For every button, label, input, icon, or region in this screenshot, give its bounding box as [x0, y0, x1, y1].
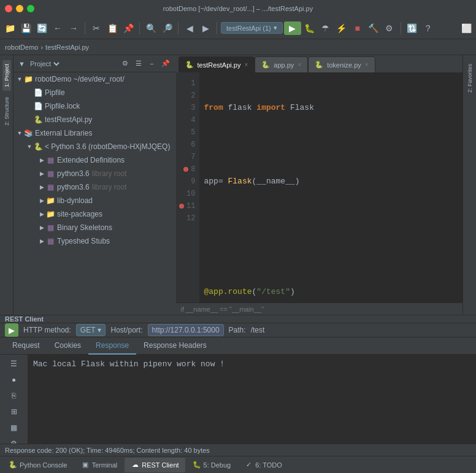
rest-run-button[interactable]: ▶	[5, 323, 18, 337]
python36-arrow: ▼	[26, 143, 33, 150]
code-text[interactable]: from flask import Flask app = Flask(__na…	[199, 72, 463, 302]
close-button[interactable]	[5, 5, 12, 12]
rest-path-value: /test	[251, 326, 265, 334]
rest-icon-circle[interactable]: ●	[6, 373, 23, 386]
editor-area: 🐍 testRestApi.py × 🐍 app.py × 🐍 tokenize…	[176, 55, 463, 315]
tree-item-py36lib2[interactable]: ▶ ▦ python3.6 library root	[13, 180, 176, 194]
copy-btn[interactable]: 📋	[105, 21, 120, 36]
nav-fwd-btn[interactable]: ▶	[198, 21, 213, 36]
vcs-btn[interactable]: 🔃	[405, 21, 420, 36]
line-num-6: 6	[180, 139, 196, 151]
tree-item-py36lib1[interactable]: ▶ ▦ python3.6 library root	[13, 167, 176, 180]
rest-icon-expand[interactable]: ⊞	[6, 405, 23, 418]
libdynload-icon: 📁	[45, 196, 55, 206]
run-config-dropdown[interactable]: testRestApi (1) ▾	[221, 22, 283, 34]
bottom-tab-todo[interactable]: ✓ 6: TODO	[238, 458, 288, 472]
rest-tab-response[interactable]: Response	[88, 337, 136, 355]
tree-item-sitepackages[interactable]: ▶ 📁 site-packages	[13, 207, 176, 221]
rest-method-dropdown[interactable]: GET ▾	[76, 324, 106, 336]
build-btn[interactable]: 🔨	[366, 21, 381, 36]
rest-icon-table[interactable]: ▦	[6, 421, 23, 434]
stop-btn[interactable]: ■	[350, 21, 365, 36]
tab-tokenize[interactable]: 🐍 tokenize.py ×	[308, 56, 375, 72]
bottom-tab-terminal[interactable]: ▣ Terminal	[75, 458, 124, 472]
maximize-button[interactable]	[27, 5, 34, 12]
sidebar-settings-btn[interactable]: ⚙	[120, 58, 131, 69]
paste-btn[interactable]: 📌	[121, 21, 136, 36]
sync-btn[interactable]: 🔄	[34, 21, 49, 36]
rest-hostport-input[interactable]: http://127.0.0.1:5000	[148, 324, 224, 336]
sidebar-tab-project[interactable]: 1: Project	[2, 60, 11, 91]
pipfile-icon: 📄	[33, 88, 43, 98]
tree-root[interactable]: ▼ 📁 robotDemo ~/dev/dev_root/	[13, 72, 176, 86]
tree-item-python36[interactable]: ▼ 🐍 < Python 3.6 (robotDemo-HXjMJQEQ)	[13, 140, 176, 153]
todo-label: 6: TODO	[255, 461, 282, 469]
settings-btn[interactable]: ⚙	[382, 21, 397, 36]
open-file-btn[interactable]: 📁	[2, 21, 17, 36]
tree-item-libdynload[interactable]: ▶ 📁 lib-dynload	[13, 194, 176, 207]
breadcrumb-separator: ›	[40, 44, 43, 51]
profile-btn[interactable]: ⚡	[334, 21, 349, 36]
run-button[interactable]: ▶	[284, 21, 301, 35]
sidebar-collapse-btn[interactable]: −	[147, 58, 158, 69]
bottom-toolbar: 🐍 Python Console ▣ Terminal ☁ REST Clien…	[0, 456, 476, 473]
editor-code-area[interactable]: 1 2 3 4 5 6 7 8 9 10 ▶ 11	[176, 72, 463, 302]
tree-item-binaryskeletons[interactable]: ▶ ▦ Binary Skeletons	[13, 221, 176, 234]
rest-icon-format[interactable]: ☰	[6, 357, 23, 371]
rest-method-arrow: ▾	[98, 326, 101, 334]
bottom-tab-python-console[interactable]: 🐍 Python Console	[2, 458, 74, 472]
line-num-10: 10	[180, 188, 196, 200]
sidebar-pin-btn[interactable]: 📌	[160, 58, 171, 69]
right-tab-favorites[interactable]: 2: Favorites	[466, 60, 474, 96]
left-side-tabs: 1: Project 2: Structure	[0, 55, 13, 315]
tree-item-extlibs[interactable]: ▼ 📚 External Libraries	[13, 126, 176, 140]
tree-item-pipfilelock[interactable]: ▶ 📄 Pipfile.lock	[13, 99, 176, 113]
py36lib2-icon: ▦	[45, 182, 55, 192]
sidebar-tab-structure[interactable]: 2: Structure	[2, 93, 11, 129]
cut-btn[interactable]: ✂	[89, 21, 104, 36]
debug-icon: 🐛	[193, 461, 201, 469]
tree-item-pipfile[interactable]: ▶ 📄 Pipfile	[13, 86, 176, 99]
search-btn[interactable]: 🔍	[144, 21, 158, 36]
separator-1	[85, 22, 85, 34]
main-toolbar: 📁 💾 🔄 ← → ✂ 📋 📌 🔍 🔎 ◀ ▶ testRestApi (1) …	[0, 17, 476, 39]
tree-item-testrestapi[interactable]: ▶ 🐍 testRestApi.py	[13, 113, 176, 126]
tree-item-extdefs[interactable]: ▶ ▦ Extended Definitions	[13, 153, 176, 167]
save-btn[interactable]: 💾	[18, 21, 33, 36]
breakpoint-dot[interactable]	[183, 167, 188, 172]
binaryskeletons-icon: ▦	[45, 223, 55, 233]
tab-app-close[interactable]: ×	[298, 61, 301, 68]
tab-app[interactable]: 🐍 app.py ×	[255, 56, 308, 72]
right-side-tabs: 2: Favorites	[463, 55, 476, 315]
coverage-btn[interactable]: ☂	[318, 21, 333, 36]
rest-tab-response-headers[interactable]: Response Headers	[136, 337, 214, 355]
breadcrumb-project[interactable]: robotDemo	[5, 44, 38, 51]
minimize-button[interactable]	[16, 5, 23, 12]
tab-tokenize-label: tokenize.py	[327, 61, 361, 69]
bottom-tab-debug[interactable]: 🐛 5: Debug	[186, 458, 237, 472]
rest-icon-copy[interactable]: ⎘	[6, 389, 23, 402]
project-scope-dropdown[interactable]: Project	[28, 60, 61, 68]
tab-tokenize-close[interactable]: ×	[365, 61, 369, 68]
sidebar-expand-btn[interactable]: ☰	[133, 58, 144, 69]
extdefs-arrow: ▶	[38, 156, 45, 164]
rest-tab-request[interactable]: Request	[5, 337, 47, 355]
separator-4	[217, 22, 217, 34]
tab-testrestapi[interactable]: 🐍 testRestApi.py ×	[178, 56, 255, 72]
tab-testrestapi-close[interactable]: ×	[244, 61, 248, 68]
debug-btn[interactable]: 🐛	[302, 21, 317, 36]
terminal-btn[interactable]: ⬜	[459, 21, 474, 36]
rest-tab-cookies[interactable]: Cookies	[47, 337, 88, 355]
help-btn[interactable]: ?	[421, 21, 436, 36]
breadcrumb-file[interactable]: testRestApi.py	[45, 44, 89, 51]
rest-client-icon: ☁	[131, 461, 139, 469]
editor-status-text: if __name__ == "__main__"	[181, 306, 264, 313]
breakpoint-dot-11[interactable]	[179, 204, 184, 209]
bottom-tab-rest-client[interactable]: ☁ REST Client	[125, 458, 185, 472]
typeshedstubs-arrow: ▶	[38, 237, 45, 245]
replace-btn[interactable]: 🔎	[159, 21, 174, 36]
forward-btn[interactable]: →	[66, 21, 81, 36]
nav-back-btn[interactable]: ◀	[182, 21, 197, 36]
tree-item-typeshedstubs[interactable]: ▶ ▦ Typeshed Stubs	[13, 234, 176, 248]
back-btn[interactable]: ←	[50, 21, 65, 36]
